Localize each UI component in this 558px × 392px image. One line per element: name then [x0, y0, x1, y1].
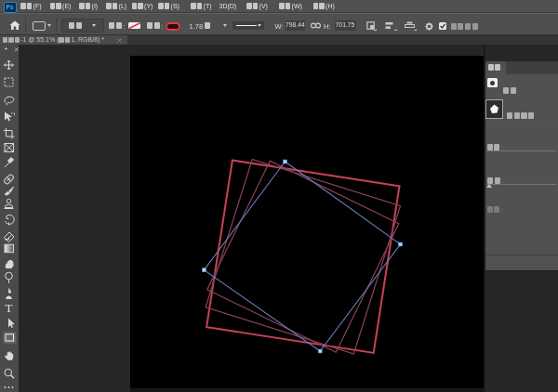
- svg-text:T: T: [6, 300, 13, 314]
